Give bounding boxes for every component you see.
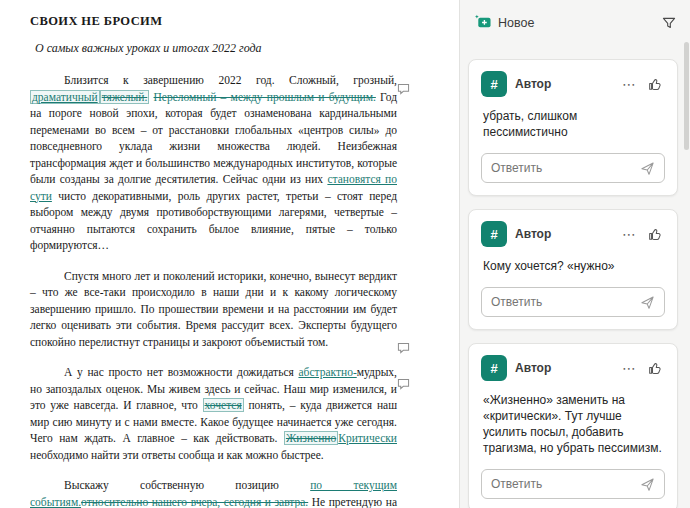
paragraph: Выскажу собственную позицию по текущим с… <box>30 477 397 508</box>
comment-author: Автор <box>515 361 551 375</box>
reply-box <box>481 153 665 183</box>
text-run: Близится к завершению 2022 год. Сложный,… <box>64 74 397 86</box>
more-options-icon[interactable]: ⋯ <box>620 359 638 377</box>
comment-card-header: # Автор ⋯ <box>481 355 665 381</box>
text-run: Год на пороге новой эпохи, которая будет… <box>30 91 397 186</box>
inserted-text: драматичный <box>30 90 100 104</box>
thumbs-up-icon[interactable] <box>646 75 665 94</box>
text-run: Выскажу собственную позицию <box>64 479 310 491</box>
comment-text: «Жизненно» заменить на «критически». Тут… <box>483 392 665 456</box>
thumbs-up-icon[interactable] <box>646 359 665 378</box>
text-run: чисто декоративными, роль других растет,… <box>30 190 397 252</box>
comment-text: Кому хочется? «нужно» <box>483 258 665 274</box>
app-window: СВОИХ НЕ БРОСИМ О самых важных уроках и … <box>0 0 690 508</box>
comment-marker-icon[interactable] <box>397 81 410 99</box>
new-comment-icon <box>474 14 492 33</box>
more-options-icon[interactable]: ⋯ <box>620 225 638 243</box>
text-run: необходимо найти эти ответы сообща и как… <box>30 449 324 461</box>
paragraph: А у нас просто нет возможности дожидатьс… <box>30 364 397 463</box>
reply-input[interactable] <box>491 295 638 309</box>
comment-card[interactable]: # Автор ⋯ убрать, слишком пессимистично <box>468 59 678 196</box>
send-icon[interactable] <box>638 475 657 494</box>
new-comment-button[interactable]: Новое <box>474 14 534 33</box>
send-icon[interactable] <box>638 293 657 312</box>
comment-avatar: # <box>481 71 507 97</box>
text-run: Спустя много лет и поколений историки, к… <box>30 270 397 348</box>
reply-input[interactable] <box>491 161 638 175</box>
comment-text: убрать, слишком пессимистично <box>483 108 665 140</box>
deleted-text: хочется <box>203 398 244 412</box>
comment-card-header: # Автор ⋯ <box>481 71 665 97</box>
comment-author: Автор <box>515 227 551 241</box>
reply-box <box>481 287 665 317</box>
new-comment-label: Новое <box>498 16 534 30</box>
inserted-text: Критически <box>338 432 397 444</box>
deleted-text: тяжелый. <box>100 90 150 104</box>
comments-pane: Новое # Автор ⋯ убрать, слишком пессимис… <box>459 0 690 508</box>
document-pane[interactable]: СВОИХ НЕ БРОСИМ О самых важных уроках и … <box>0 0 459 508</box>
paragraph: Близится к завершению 2022 год. Сложный,… <box>30 72 397 254</box>
deleted-text: Переломный – между прошлым и будущим. <box>154 91 376 103</box>
scrollbar-thumb[interactable] <box>684 42 689 150</box>
comment-card[interactable]: # Автор ⋯ Кому хочется? «нужно» <box>468 209 678 330</box>
comments-list: # Автор ⋯ убрать, слишком пессимистично … <box>468 59 678 508</box>
deleted-text: относительно нашего вчера, сегодня и зав… <box>81 496 308 508</box>
comment-avatar: # <box>481 355 507 381</box>
filter-icon[interactable] <box>662 17 676 30</box>
send-icon[interactable] <box>638 159 657 178</box>
text-run: А у нас просто нет возможности дожидатьс… <box>64 366 298 378</box>
more-options-icon[interactable]: ⋯ <box>620 75 638 93</box>
thumbs-up-icon[interactable] <box>646 225 665 244</box>
scrollbar[interactable] <box>684 0 689 506</box>
document-title: СВОИХ НЕ БРОСИМ <box>30 14 397 29</box>
comment-marker-icon[interactable] <box>397 376 410 394</box>
document-body: Близится к завершению 2022 год. Сложный,… <box>30 72 397 508</box>
comment-marker-icon[interactable] <box>397 340 410 358</box>
reply-input[interactable] <box>491 477 638 491</box>
deleted-text: Жизненно <box>284 431 338 445</box>
document-subtitle: О самых важных уроках и итогах 2022 года <box>35 41 397 56</box>
paragraph: Спустя много лет и поколений историки, к… <box>30 268 397 351</box>
comment-avatar: # <box>481 221 507 247</box>
comment-card-header: # Автор ⋯ <box>481 221 665 247</box>
comments-header: Новое <box>468 9 678 37</box>
comment-author: Автор <box>515 77 551 91</box>
comment-card[interactable]: # Автор ⋯ «Жизненно» заменить на «критич… <box>468 343 678 508</box>
inserted-text: абстрактно- <box>298 366 356 378</box>
reply-box <box>481 469 665 499</box>
